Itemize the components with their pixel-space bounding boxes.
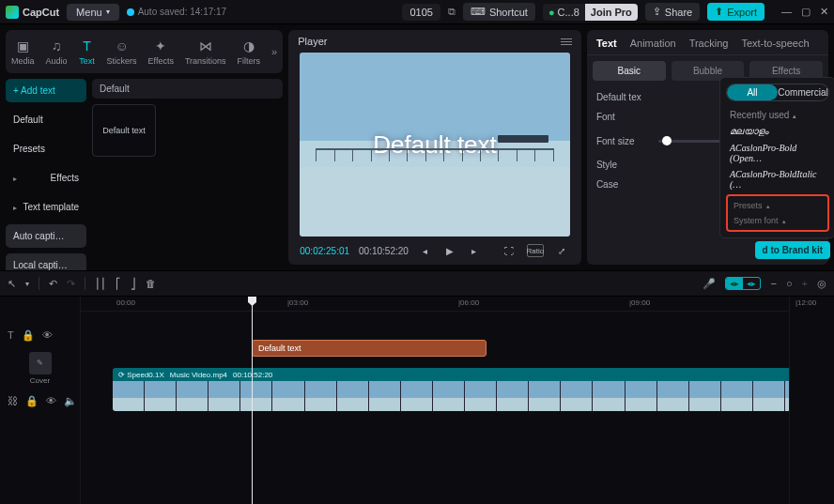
tool-media[interactable]: ▣Media <box>6 34 40 69</box>
share-button[interactable]: ⇪ Share <box>645 3 700 21</box>
tracks-area[interactable]: 00:00|03:00|06:00|09:00 Default text ⟳ S… <box>81 297 834 504</box>
font-item-1[interactable]: മലയാളം <box>726 123 829 140</box>
inspector-panel: TextAnimationTrackingText-to-speech Basi… <box>587 24 834 270</box>
visibility-icon[interactable]: 👁 <box>42 329 53 341</box>
player-menu-icon[interactable] <box>561 38 572 45</box>
tool-audio[interactable]: ♫Audio <box>40 34 73 69</box>
window-controls: — ▢ ✕ <box>781 6 828 18</box>
add-text-button[interactable]: + Add text <box>6 79 86 102</box>
subtab-basic[interactable]: Basic <box>593 61 666 81</box>
track-gutter: T 🔒 👁 ✎ Cover ⛓ 🔒 👁 🔈 <box>0 297 81 504</box>
highlighted-font-section: Presets System font <box>726 194 829 232</box>
split-icon[interactable]: ⎮⎮ <box>95 278 106 290</box>
text-library: Default Default text <box>92 79 283 277</box>
font-item-2[interactable]: ACaslonPro-Bold (Open… <box>726 140 829 166</box>
font-system-header[interactable]: System font <box>730 213 826 228</box>
cover-control[interactable]: ✎ Cover <box>0 345 80 390</box>
brand: CapCut <box>6 6 59 19</box>
visibility-icon[interactable]: 👁 <box>46 395 56 406</box>
tools-more-icon[interactable]: » <box>266 46 283 57</box>
history-icon[interactable]: ⧉ <box>448 6 456 18</box>
lock-icon[interactable]: 🔒 <box>22 329 35 342</box>
recent-used-header[interactable]: Recently used <box>726 107 829 123</box>
left-panel: ▣Media♫AudioTText☺Stickers✦Effects⋈Trans… <box>0 24 283 270</box>
effects-icon: ✦ <box>152 38 169 54</box>
tab-tracking[interactable]: Tracking <box>689 38 729 49</box>
link-icon[interactable]: ⛓ <box>8 395 18 406</box>
sidebar-item-effects[interactable]: Effects <box>6 166 86 190</box>
next-frame-button[interactable]: ▸ <box>467 246 482 256</box>
timecode-current: 00:02:25:01 <box>300 246 349 256</box>
sidebar-item-presets[interactable]: Presets <box>6 137 86 160</box>
maximize-icon[interactable]: ▢ <box>801 6 811 18</box>
tool-effects[interactable]: ✦Effects <box>143 34 179 69</box>
ruler-mark: 00:00 <box>116 298 135 307</box>
redo-icon[interactable]: ↷ <box>67 278 75 290</box>
transitions-icon: ⋈ <box>197 38 214 54</box>
inspector-tabs: TextAnimationTrackingText-to-speech <box>587 30 828 55</box>
video-clip[interactable]: ⟳ Speed0.1X Music Video.mp4 00:10:52:20 <box>113 368 817 411</box>
account-join[interactable]: ● C...8 Join Pro <box>543 4 638 21</box>
sidebar-item-default[interactable]: Default <box>6 108 86 131</box>
avatar-icon: ● <box>548 7 555 18</box>
shortcut-button[interactable]: ⌨ Shortcut <box>463 3 535 21</box>
zoom-in-icon[interactable]: + <box>802 278 808 289</box>
preview-viewport[interactable]: Default text <box>300 53 570 237</box>
tool-chevron-icon[interactable]: ▾ <box>25 280 29 288</box>
train-graphic <box>498 135 548 143</box>
text-track: Default text <box>81 340 834 360</box>
tool-filters[interactable]: ◑Filters <box>232 34 267 69</box>
filters-icon: ◑ <box>240 38 257 54</box>
tab-text-to-speech[interactable]: Text-to-speech <box>741 38 809 49</box>
autosave-status: Auto saved: 14:17:17 <box>127 7 227 17</box>
asset-tabs: ▣Media♫AudioTText☺Stickers✦Effects⋈Trans… <box>6 30 283 73</box>
font-label: Font <box>596 112 649 122</box>
zoom-out-icon[interactable]: − <box>770 278 776 289</box>
trim-right-icon[interactable]: ⎦ <box>131 278 136 290</box>
transport-bar: 00:02:25:01 00:10:52:20 ◂ ▶ ▸ ⛶ Ratio ⤢ <box>288 237 581 265</box>
minimize-icon[interactable]: — <box>781 6 792 18</box>
pointer-tool-icon[interactable]: ↖ <box>8 278 16 290</box>
tab-animation[interactable]: Animation <box>630 38 676 49</box>
zoom-slider-icon[interactable]: ○ <box>786 278 793 289</box>
undo-icon[interactable]: ↶ <box>49 278 57 290</box>
tool-stickers[interactable]: ☺Stickers <box>101 34 143 69</box>
menu-button[interactable]: Menu <box>67 4 119 21</box>
fullscreen-icon[interactable]: ⤢ <box>553 244 570 257</box>
mute-icon[interactable]: 🔈 <box>64 395 77 407</box>
scale-fit-icon[interactable]: ⛶ <box>501 244 517 257</box>
mic-icon[interactable]: 🎤 <box>703 278 716 290</box>
lock-icon[interactable]: 🔒 <box>25 395 39 407</box>
trim-left-icon[interactable]: ⎡ <box>116 278 121 290</box>
tab-text[interactable]: Text <box>596 38 617 49</box>
font-filter-segment[interactable]: All Commercial <box>726 84 829 101</box>
ruler-mark: |09:00 <box>629 298 650 307</box>
prev-frame-button[interactable]: ◂ <box>418 246 433 256</box>
sidebar-item-template[interactable]: Text template <box>6 195 86 219</box>
zoom-fit-icon[interactable]: ◎ <box>817 278 826 290</box>
tool-transitions[interactable]: ⋈Transitions <box>179 34 232 69</box>
brand-label: CapCut <box>23 7 59 18</box>
playhead[interactable] <box>252 297 253 504</box>
time-ruler[interactable]: 00:00|03:00|06:00|09:00 <box>81 297 834 312</box>
tool-text[interactable]: TText <box>73 34 101 69</box>
font-item-3[interactable]: ACaslonPro-BoldItalic (… <box>726 166 829 192</box>
style-label: Style <box>596 160 649 170</box>
case-label: Case <box>596 179 649 190</box>
snap-toggle[interactable]: ◂▸◂▸ <box>725 277 761 290</box>
media-icon: ▣ <box>14 38 31 54</box>
audio-icon: ♫ <box>48 38 65 54</box>
close-icon[interactable]: ✕ <box>820 6 828 18</box>
play-button[interactable]: ▶ <box>442 246 457 256</box>
export-button[interactable]: ⬆ Export <box>707 3 764 21</box>
text-track-controls: T 🔒 👁 <box>0 325 80 345</box>
text-clip[interactable]: Default text <box>252 340 486 357</box>
delete-icon[interactable]: 🗑 <box>146 278 156 290</box>
text-tile-default[interactable]: Default text <box>92 104 156 157</box>
sidebar-item-autocaptions[interactable]: Auto capti… <box>6 224 86 248</box>
player-panel: Player Default text 00:02:25:01 00:10:52… <box>283 24 587 270</box>
ratio-button[interactable]: Ratio <box>527 244 544 257</box>
font-presets-header[interactable]: Presets <box>730 198 826 213</box>
brandkit-button[interactable]: d to Brand kit <box>755 241 830 259</box>
font-popover: All Commercial Recently used മലയാളം ACas… <box>719 77 834 238</box>
